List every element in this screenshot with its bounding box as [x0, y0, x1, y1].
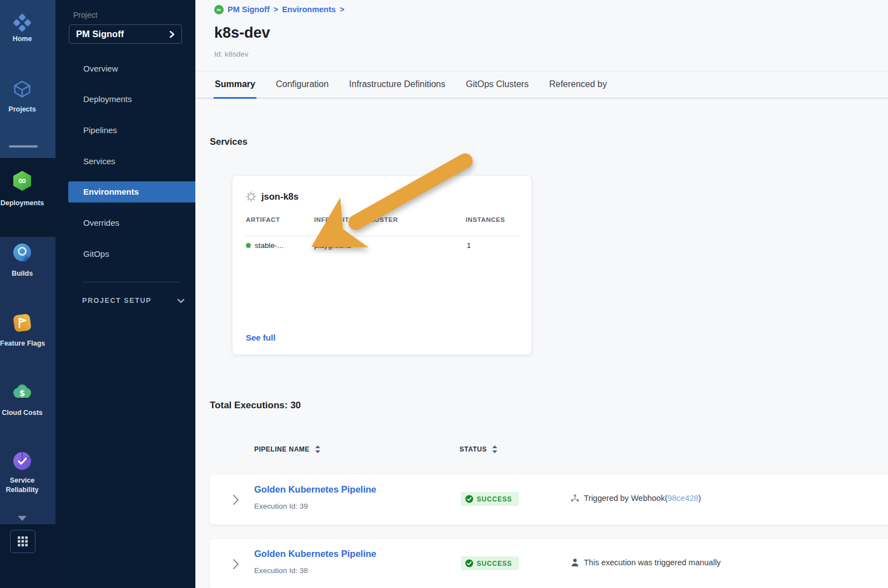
artifact-status-dot	[246, 243, 251, 248]
sidebar-item-pipelines[interactable]: Pipelines	[56, 120, 195, 141]
projects-icon	[12, 79, 33, 100]
sidebar-item-label: Services	[83, 156, 115, 166]
execution-id: Execution Id: 39	[254, 502, 308, 510]
service-reliability-icon	[12, 451, 32, 471]
sidebar-item-label: Overview	[83, 64, 118, 73]
cluster-cell: playground	[314, 241, 351, 250]
see-full-link[interactable]: See full	[246, 333, 275, 342]
pipeline-name-header-label: PIPELINE NAME	[254, 445, 310, 453]
nav-feature-flags[interactable]	[0, 312, 44, 333]
nav-projects-label: Projects	[0, 105, 44, 113]
pipeline-link[interactable]: Golden Kubernetes Pipeline	[254, 549, 376, 559]
nav-feature-flags-label: Feature Flags	[0, 339, 44, 347]
column-header-instances: INSTANCES	[466, 216, 505, 223]
sidebar-item-overrides[interactable]: Overrides	[56, 212, 195, 234]
sidebar-item-environments[interactable]: Environments	[68, 181, 195, 202]
sidebar-item-label: GitOps	[83, 249, 109, 258]
environment-breadcrumb-icon: ∞	[214, 5, 224, 14]
webhook-id-link[interactable]: 98ce428	[668, 494, 699, 503]
sidebar-item-services[interactable]: Services	[56, 151, 195, 172]
trigger-info: Triggered by Webhook(98ce428)	[571, 494, 701, 503]
column-header-pipeline-name: PIPELINE NAME	[254, 445, 320, 453]
breadcrumb-separator: >	[274, 5, 278, 14]
instances-cell: 1	[467, 241, 471, 250]
expand-chevron-icon[interactable]	[232, 494, 240, 506]
service-card[interactable]: json-k8s ARTIFACT INFRA/GITOPS CLUSTER I…	[232, 175, 532, 355]
chevron-down-icon	[177, 298, 185, 303]
column-header-status: STATUS	[460, 445, 497, 453]
services-heading: Services	[210, 136, 248, 147]
main-content: ∞ PM Signoff > Environments > k8s-dev Id…	[195, 0, 888, 588]
module-grid-button[interactable]	[10, 530, 36, 553]
nav-builds[interactable]	[0, 242, 44, 262]
sidebar-item-overview[interactable]: Overview	[56, 58, 195, 79]
total-executions-label: Total Executions: 30	[210, 400, 301, 411]
trigger-info: This execution was triggered manually	[571, 558, 721, 567]
sidebar-item-gitops[interactable]: GitOps	[56, 244, 195, 265]
nav-cloud-costs[interactable]: $	[0, 383, 44, 403]
rail-divider-line	[9, 145, 38, 148]
grid-icon	[17, 536, 28, 547]
breadcrumb: ∞ PM Signoff > Environments >	[214, 4, 344, 15]
rail-divider	[0, 135, 56, 158]
check-circle-icon	[465, 559, 473, 567]
expand-chevron-icon[interactable]	[232, 558, 240, 570]
column-header-artifact: ARTIFACT	[246, 216, 280, 223]
page-title: k8s-dev	[214, 24, 270, 42]
builds-icon	[12, 242, 32, 262]
svg-text:∞: ∞	[18, 174, 27, 186]
nav-deployments[interactable]: ∞	[0, 170, 44, 191]
project-selector[interactable]: PM Signoff	[69, 24, 182, 44]
tab-referenced-by[interactable]: Referenced by	[548, 72, 608, 99]
tab-infrastructure-definitions[interactable]: Infrastructure Definitions	[348, 72, 446, 99]
user-icon	[571, 558, 579, 567]
project-section-label: Project	[73, 11, 98, 19]
environment-id: Id: k8sdev	[214, 50, 249, 58]
chevron-right-icon	[169, 31, 175, 38]
home-icon	[12, 12, 33, 33]
nav-home[interactable]	[0, 12, 44, 33]
card-divider	[245, 236, 520, 236]
project-sidebar: Project PM Signoff Overview Deployments …	[56, 0, 195, 588]
breadcrumb-project-link[interactable]: PM Signoff	[228, 5, 270, 14]
sidebar-item-deployments[interactable]: Deployments	[56, 89, 195, 110]
cloud-costs-icon: $	[11, 383, 33, 403]
artifact-cell: stable-...	[246, 241, 284, 250]
nav-home-label: Home	[0, 35, 44, 43]
nav-cloud-costs-label: Cloud Costs	[0, 409, 44, 417]
status-header-label: STATUS	[460, 445, 487, 453]
nav-deployments-label: Deployments	[0, 199, 44, 207]
sort-icon[interactable]	[315, 445, 320, 453]
webhook-icon	[571, 494, 579, 503]
tab-bar: Summary Configuration Infrastructure Def…	[195, 71, 888, 99]
project-setup-label: PROJECT SETUP	[82, 297, 152, 305]
sidebar-divider	[82, 282, 179, 282]
breadcrumb-environments-link[interactable]: Environments	[282, 5, 336, 14]
execution-row[interactable]: Golden Kubernetes Pipeline Execution Id:…	[210, 539, 888, 588]
project-setup-toggle[interactable]: PROJECT SETUP	[82, 294, 185, 307]
service-name: json-k8s	[261, 191, 299, 202]
status-badge-label: SUCCESS	[477, 560, 512, 567]
column-header-cluster: INFRA/GITOPS CLUSTER	[314, 216, 398, 223]
tab-gitops-clusters[interactable]: GitOps Clusters	[465, 72, 530, 99]
trigger-prefix: Triggered by Webhook(	[584, 494, 668, 503]
tab-summary[interactable]: Summary	[214, 72, 256, 99]
nav-service-reliability[interactable]	[0, 451, 44, 471]
trigger-text: Triggered by Webhook(98ce428)	[584, 494, 701, 503]
execution-row[interactable]: Golden Kubernetes Pipeline Execution Id:…	[210, 475, 888, 525]
project-selector-name: PM Signoff	[76, 29, 124, 39]
breadcrumb-separator: >	[340, 5, 344, 14]
trigger-suffix: )	[698, 494, 701, 503]
sort-icon[interactable]	[492, 445, 497, 453]
status-badge: SUCCESS	[461, 492, 519, 506]
rail-scroll-down-icon[interactable]	[17, 515, 27, 521]
sidebar-item-label: Environments	[83, 187, 139, 196]
tab-configuration[interactable]: Configuration	[275, 72, 330, 99]
pipeline-link[interactable]: Golden Kubernetes Pipeline	[254, 484, 376, 495]
trigger-text: This execution was triggered manually	[584, 558, 721, 567]
execution-id: Execution Id: 38	[254, 566, 308, 575]
check-circle-icon	[465, 495, 473, 503]
service-card-header: json-k8s	[246, 191, 299, 202]
nav-projects[interactable]	[0, 79, 44, 100]
svg-text:$: $	[19, 388, 25, 398]
